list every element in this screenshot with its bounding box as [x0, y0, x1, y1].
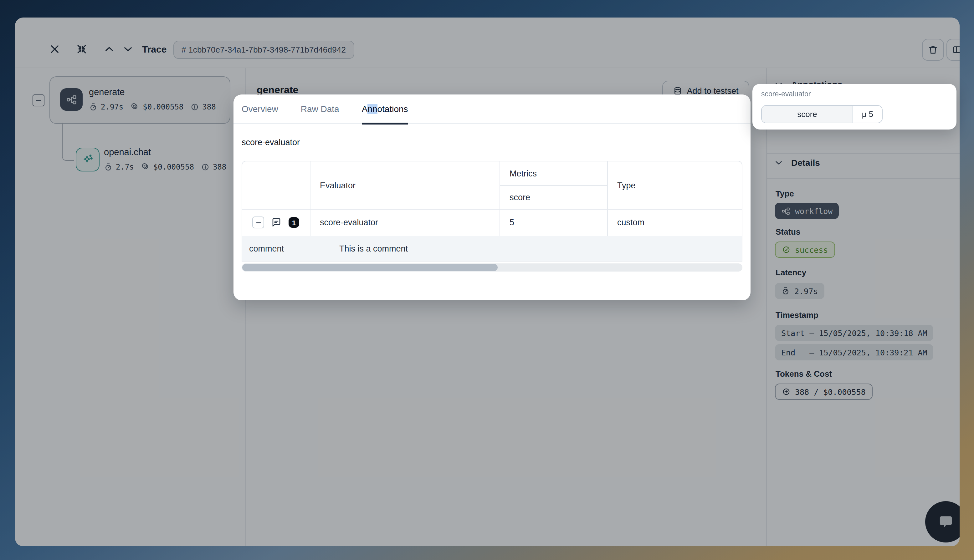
horizontal-scrollbar[interactable]	[242, 263, 742, 272]
tab-label: Raw Data	[301, 104, 339, 114]
comment-row: comment This is a comment	[242, 236, 742, 261]
column-header-evaluator: Evaluator	[310, 162, 500, 209]
annotations-tab-panel: Overview Raw Data Annotations score-eval…	[233, 95, 751, 300]
metric-name: score	[762, 106, 853, 123]
column-header-type: Type	[607, 162, 742, 209]
cell-score: 5	[500, 209, 607, 236]
metric-pill[interactable]: score μ 5	[761, 105, 882, 123]
text-selection: nn	[367, 104, 377, 114]
collapse-row-checkbox[interactable]	[252, 217, 264, 228]
column-subheader-score: score	[500, 185, 607, 209]
comment-key: comment	[242, 244, 339, 253]
scrollbar-thumb[interactable]	[242, 264, 498, 271]
comment-icon[interactable]	[271, 217, 282, 228]
tab-annotations[interactable]: Annotations	[362, 94, 408, 123]
comment-count-badge[interactable]: 1	[289, 217, 299, 228]
tab-bar: Overview Raw Data Annotations	[233, 95, 751, 124]
annotation-evaluator-label: score-evaluator	[761, 90, 811, 98]
row-controls: 1	[252, 217, 299, 228]
annotation-score-card: score-evaluator score μ 5	[752, 84, 956, 130]
active-tab-underline	[362, 122, 408, 124]
cell-type: custom	[607, 209, 742, 236]
tab-label: Annotations	[362, 104, 408, 114]
cell-evaluator: score-evaluator	[310, 209, 500, 236]
column-header-metrics: Metrics	[500, 162, 607, 185]
comment-value: This is a comment	[339, 244, 408, 253]
tab-raw-data[interactable]: Raw Data	[301, 94, 339, 123]
screen: Trace # 1cbb70e7-34a1-7bb7-3498-771b7d46…	[0, 0, 974, 560]
tab-label: Overview	[242, 104, 278, 114]
annotations-table: Evaluator Metrics score Type 1 score-	[242, 161, 742, 262]
metric-value: μ 5	[853, 106, 882, 123]
tab-overview[interactable]: Overview	[242, 94, 278, 123]
evaluator-heading: score-evaluator	[242, 138, 300, 147]
